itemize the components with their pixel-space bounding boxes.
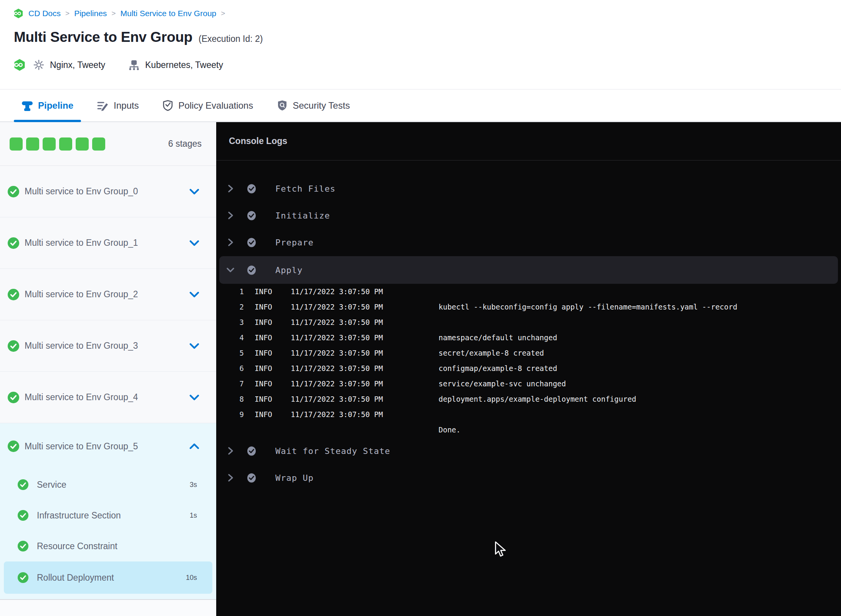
mouse-cursor <box>495 541 506 557</box>
step-success-icon <box>247 211 256 220</box>
pipeline-icon <box>22 100 33 111</box>
chevron-down-icon[interactable] <box>189 240 199 247</box>
stage-step-row[interactable]: Rollout Deployment 10s <box>4 561 212 594</box>
stage-row[interactable]: Multi service to Env Group_1 <box>0 217 216 269</box>
tab-policy-evaluations-label: Policy Evaluations <box>178 100 253 111</box>
tab-pipeline[interactable]: Pipeline <box>22 89 73 121</box>
stage-row[interactable]: Multi service to Env Group_2 <box>0 269 216 320</box>
page-header: CD Docs > Pipelines > Multi Service to E… <box>0 0 841 89</box>
log-level: INFO <box>255 410 285 419</box>
harness-cd-module-icon <box>13 59 26 71</box>
success-check-icon <box>8 392 19 403</box>
services-label: Nginx, Tweety <box>50 60 105 70</box>
console-section-label: Apply <box>275 265 303 275</box>
success-check-icon <box>8 340 19 352</box>
console-section-initialize[interactable]: Initialize <box>216 202 841 229</box>
log-message: secret/example-8 created <box>439 349 544 357</box>
chevron-right-icon[interactable] <box>226 238 235 247</box>
breadcrumb-link-cd-docs[interactable]: CD Docs <box>28 9 61 18</box>
success-check-icon <box>18 541 28 551</box>
log-level: INFO <box>255 349 285 357</box>
stage-success-square <box>76 137 89 151</box>
stage-row-expanded[interactable]: Multi service to Env Group_5 <box>0 423 216 469</box>
tab-pipeline-label: Pipeline <box>38 100 73 111</box>
log-level: INFO <box>255 379 285 388</box>
stage-label: Multi service to Env Group_2 <box>25 289 138 300</box>
log-timestamp: 11/17/2022 3:07:50 PM <box>291 303 431 311</box>
services-group: Nginx, Tweety <box>33 59 105 71</box>
step-success-icon <box>247 238 256 247</box>
tab-policy-evaluations[interactable]: Policy Evaluations <box>162 89 253 121</box>
chevron-up-icon[interactable] <box>189 443 199 450</box>
log-timestamp: 11/17/2022 3:07:50 PM <box>291 410 431 419</box>
stage-step-row[interactable]: Resource Constraint <box>4 531 212 561</box>
log-line-number: 3 <box>216 318 244 326</box>
log-message: kubectl --kubeconfig=config apply --file… <box>439 303 737 311</box>
tab-inputs-label: Inputs <box>114 100 139 111</box>
chevron-down-icon[interactable] <box>226 267 235 273</box>
stage-step-row[interactable]: Service 3s <box>4 469 212 500</box>
log-timestamp: 11/17/2022 3:07:50 PM <box>291 349 431 357</box>
console-section-prepare[interactable]: Prepare <box>216 229 841 256</box>
stage-label: Multi service to Env Group_0 <box>25 186 138 197</box>
step-duration: 1s <box>190 512 197 520</box>
stage-row[interactable]: Multi service to Env Group_3 <box>0 320 216 372</box>
chevron-right-icon[interactable] <box>226 184 235 193</box>
title-row: Multi Service to Env Group (Execution Id… <box>14 29 263 45</box>
log-line: 9 INFO 11/17/2022 3:07:50 PM <box>216 407 841 422</box>
harness-logo-icon <box>13 8 24 18</box>
tab-security-tests[interactable]: Security Tests <box>277 89 350 121</box>
console-section-apply[interactable]: Apply <box>219 256 838 284</box>
breadcrumb: CD Docs > Pipelines > Multi Service to E… <box>13 7 225 20</box>
chevron-down-icon[interactable] <box>189 188 199 195</box>
console-section-label: Fetch Files <box>275 184 336 194</box>
console-section-label: Wrap Up <box>275 473 314 483</box>
breadcrumb-link-pipelines[interactable]: Pipelines <box>74 9 107 18</box>
log-line: 7 INFO 11/17/2022 3:07:50 PM service/exa… <box>216 376 841 391</box>
console-section-wrap-up[interactable]: Wrap Up <box>216 464 841 491</box>
log-line: 8 INFO 11/17/2022 3:07:50 PM deployment.… <box>216 391 841 407</box>
console-section-wait-for-steady-state[interactable]: Wait for Steady State <box>216 437 841 464</box>
execution-id: (Execution Id: 2) <box>199 34 263 44</box>
stage-label: Multi service to Env Group_5 <box>25 441 138 452</box>
log-done-line: Done. <box>216 422 841 437</box>
log-message: deployment.apps/example-deployment confi… <box>439 395 636 403</box>
log-level: INFO <box>255 364 285 373</box>
breadcrumb-separator-icon: > <box>221 9 225 18</box>
log-timestamp: 11/17/2022 3:07:50 PM <box>291 395 431 403</box>
stages-panel: 6 stages Multi service to Env Group_0 Mu… <box>0 122 216 616</box>
chevron-right-icon[interactable] <box>226 474 235 482</box>
infrastructure-group: Kubernetes, Tweety <box>128 60 223 70</box>
stage-row[interactable]: Multi service to Env Group_0 <box>0 166 216 217</box>
chevron-down-icon[interactable] <box>189 343 199 349</box>
breadcrumb-separator-icon: > <box>65 9 70 18</box>
step-success-icon <box>247 473 256 483</box>
chevron-down-icon[interactable] <box>189 394 199 401</box>
console-section-fetch-files[interactable]: Fetch Files <box>216 175 841 202</box>
log-line: 3 INFO 11/17/2022 3:07:50 PM <box>216 315 841 330</box>
breadcrumb-link-pipeline-name[interactable]: Multi Service to Env Group <box>120 9 216 18</box>
tab-bar: Pipeline Inputs Policy Evaluations Secur… <box>0 89 841 122</box>
stage-label: Multi service to Env Group_4 <box>25 392 138 402</box>
stage-row[interactable]: Multi service to Env Group_4 <box>0 372 216 423</box>
chevron-right-icon[interactable] <box>226 447 235 455</box>
stage-step-row[interactable]: Infrastructure Section 1s <box>4 500 212 531</box>
log-level: INFO <box>255 303 285 311</box>
console-header: Console Logs <box>216 122 841 161</box>
step-label: Rollout Deployment <box>37 573 114 583</box>
stage-progress-row: 6 stages <box>0 122 216 166</box>
inputs-icon <box>97 100 109 111</box>
log-timestamp: 11/17/2022 3:07:50 PM <box>291 287 431 296</box>
log-line: 6 INFO 11/17/2022 3:07:50 PM configmap/e… <box>216 361 841 376</box>
chevron-right-icon[interactable] <box>226 211 235 220</box>
log-line-number: 9 <box>216 410 244 419</box>
success-check-icon <box>8 440 19 452</box>
tab-inputs[interactable]: Inputs <box>97 89 139 121</box>
log-line-number: 8 <box>216 395 244 403</box>
log-timestamp: 11/17/2022 3:07:50 PM <box>291 333 431 342</box>
stage-count-label: 6 stages <box>168 139 202 149</box>
chevron-down-icon[interactable] <box>189 291 199 298</box>
log-level: INFO <box>255 318 285 326</box>
console-log-block: 1 INFO 11/17/2022 3:07:50 PM 2 INFO 11/1… <box>216 284 841 437</box>
infrastructure-label: Kubernetes, Tweety <box>145 60 223 70</box>
